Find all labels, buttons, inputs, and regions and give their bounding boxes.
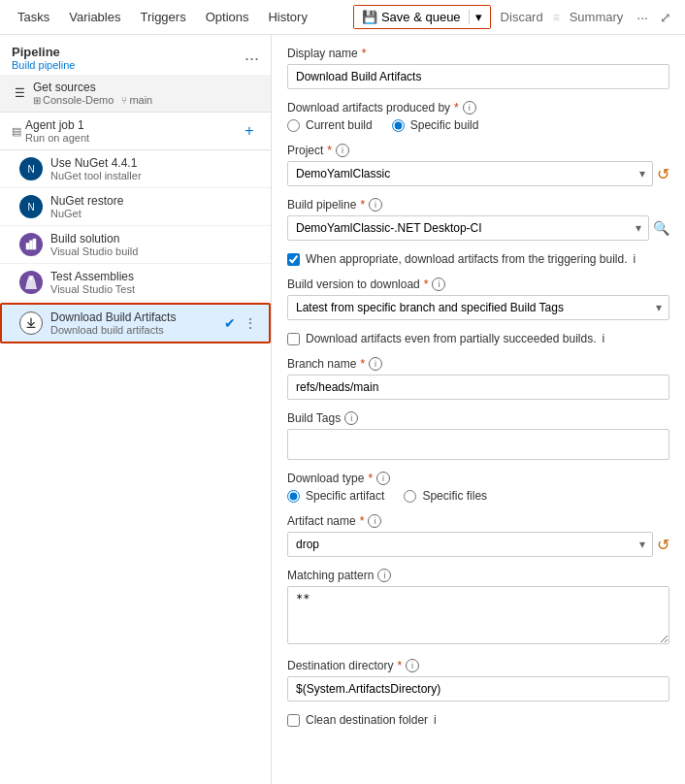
build-version-drop-wrapper: Latest from specific branch and specifie… <box>287 295 669 320</box>
destination-directory-input[interactable] <box>287 676 669 702</box>
destination-info-icon[interactable]: i <box>406 659 419 672</box>
get-sources-item[interactable]: ☰ Get sources ⊞ Console-Demo ⑂ main <box>0 75 271 113</box>
task-test-assemblies-subtitle: Visual Studio Test <box>50 283 259 295</box>
task-download-title: Download Build Artifacts <box>50 310 216 324</box>
build-pipeline-info-icon[interactable]: i <box>369 198 382 212</box>
branch-info-icon[interactable]: i <box>369 357 382 371</box>
build-tags-info-icon[interactable]: i <box>344 411 358 425</box>
save-queue-button[interactable]: 💾 Save & queue ▾ <box>353 5 491 29</box>
svg-rect-2 <box>33 239 37 249</box>
specific-files-radio[interactable]: Specific files <box>404 489 487 503</box>
agent-job-title: Agent job 1 <box>25 118 89 132</box>
task-use-nuget[interactable]: N Use NuGet 4.4.1 NuGet tool installer <box>0 150 271 188</box>
task-build-solution-title: Build solution <box>50 232 259 245</box>
display-name-input[interactable] <box>287 64 669 89</box>
task-build-solution-content: Build solution Visual Studio build <box>50 232 259 257</box>
build-pipeline-field: Build pipeline * i DemoYamlClassic-.NET … <box>287 198 669 241</box>
agent-job: ▤ Agent job 1 Run on agent + <box>0 113 271 150</box>
artifacts-radio-group: Current build Specific build <box>287 118 669 132</box>
triggering-checkbox[interactable]: When appropriate, download artifacts fro… <box>287 252 669 266</box>
add-task-button[interactable]: + <box>240 121 259 141</box>
task-build-solution[interactable]: Build solution Visual Studio build <box>0 226 271 264</box>
triggering-info-icon[interactable]: i <box>634 252 636 266</box>
build-version-info-icon[interactable]: i <box>432 278 445 291</box>
artifact-name-required: * <box>360 514 365 528</box>
partial-checkbox-field: Download artifacts even from partially s… <box>287 332 669 345</box>
download-type-label: Download type * i <box>287 472 669 485</box>
summary-button[interactable]: Summary <box>562 0 632 34</box>
task-download-content: Download Build Artifacts Download build … <box>50 310 216 336</box>
project-info-icon[interactable]: i <box>336 144 349 157</box>
branch-name-field: Branch name * i <box>287 357 669 400</box>
branch-name-input[interactable] <box>287 375 669 400</box>
build-pipeline-select[interactable]: DemoYamlClassic-.NET Desktop-CI <box>287 215 649 241</box>
get-sources-branch: ⑂ main <box>121 94 152 106</box>
build-pipeline-search-button[interactable]: 🔍 <box>653 220 669 236</box>
nuget-icon: N <box>19 195 43 218</box>
save-queue-main[interactable]: 💾 Save & queue ▾ <box>354 6 490 28</box>
current-build-radio[interactable]: Current build <box>287 118 373 132</box>
get-sources-icon: ☰ <box>12 85 27 101</box>
destination-directory-field: Destination directory * i <box>287 659 669 702</box>
build-pipeline-drop-wrapper: DemoYamlClassic-.NET Desktop-CI <box>287 215 649 241</box>
task-test-assemblies[interactable]: Test Assemblies Visual Studio Test <box>0 264 271 302</box>
build-version-field: Build version to download * i Latest fro… <box>287 278 669 320</box>
task-test-assemblies-content: Test Assemblies Visual Studio Test <box>50 270 259 295</box>
sidebar: Pipeline Build pipeline ··· ☰ Get source… <box>0 35 272 784</box>
nuget-installer-icon: N <box>19 157 43 180</box>
specific-build-radio[interactable]: Specific build <box>392 118 479 132</box>
nav-options[interactable]: Options <box>196 0 259 34</box>
expand-button[interactable]: ⤢ <box>654 10 677 25</box>
nav-triggers[interactable]: Triggers <box>130 0 195 34</box>
pipeline-more-icon[interactable]: ··· <box>245 49 259 67</box>
discard-button[interactable]: Discard <box>493 0 551 34</box>
matching-pattern-input[interactable]: ** <box>287 586 669 644</box>
nav-tasks[interactable]: Tasks <box>8 0 59 34</box>
artifacts-required: * <box>454 101 459 114</box>
download-type-info-icon[interactable]: i <box>376 472 390 485</box>
display-name-field: Display name * <box>287 47 669 89</box>
build-pipeline-label: Build pipeline * i <box>287 198 669 212</box>
task-nuget-restore-title: NuGet restore <box>50 194 259 208</box>
artifact-name-refresh-button[interactable]: ↺ <box>657 536 669 554</box>
build-tags-label: Build Tags i <box>287 411 669 425</box>
artifact-name-drop-wrapper: drop <box>287 532 653 557</box>
artifact-name-field: Artifact name * i drop ↺ <box>287 514 669 557</box>
nav-history[interactable]: History <box>258 0 316 34</box>
download-type-radio-group: Specific artifact Specific files <box>287 489 669 503</box>
project-drop-wrapper: DemoYamlClassic <box>287 161 653 186</box>
task-nuget-restore-content: NuGet restore NuGet <box>50 194 259 219</box>
task-more-icon[interactable]: ⋮ <box>244 315 257 331</box>
task-test-assemblies-title: Test Assemblies <box>50 270 259 283</box>
matching-pattern-info-icon[interactable]: i <box>377 569 391 582</box>
clean-destination-info-icon[interactable]: i <box>434 713 437 727</box>
clean-destination-checkbox[interactable]: Clean destination folder i <box>287 713 669 727</box>
download-icon <box>19 311 43 335</box>
download-type-required: * <box>368 472 373 485</box>
artifacts-produced-label: Download artifacts produced by * i <box>287 101 669 114</box>
artifact-name-select[interactable]: drop <box>287 532 653 557</box>
more-options-button[interactable]: ··· <box>631 10 654 25</box>
branch-name-label: Branch name * i <box>287 357 669 371</box>
partial-info-icon[interactable]: i <box>602 332 604 345</box>
project-select-wrapper: DemoYamlClassic ↺ <box>287 161 669 186</box>
task-download-build-artifacts[interactable]: Download Build Artifacts Download build … <box>0 303 271 343</box>
pipeline-subtitle[interactable]: Build pipeline <box>12 59 75 71</box>
svg-rect-1 <box>29 241 33 250</box>
build-tags-input[interactable] <box>287 429 669 460</box>
artifact-name-info-icon[interactable]: i <box>368 514 381 528</box>
build-version-select[interactable]: Latest from specific branch and specifie… <box>287 295 669 320</box>
partial-checkbox[interactable]: Download artifacts even from partially s… <box>287 332 669 345</box>
build-pipeline-required: * <box>360 198 365 212</box>
task-nuget-restore[interactable]: N NuGet restore NuGet <box>0 188 271 226</box>
agent-job-subtitle: Run on agent <box>25 132 89 144</box>
specific-artifact-radio[interactable]: Specific artifact <box>287 489 384 503</box>
artifacts-info-icon[interactable]: i <box>463 101 476 114</box>
task-list: N Use NuGet 4.4.1 NuGet tool installer N… <box>0 150 271 784</box>
project-select[interactable]: DemoYamlClassic <box>287 161 653 186</box>
nav-variables[interactable]: Variables <box>59 0 130 34</box>
project-refresh-button[interactable]: ↺ <box>657 165 669 183</box>
artifacts-produced-field: Download artifacts produced by * i Curre… <box>287 101 669 132</box>
get-sources-title: Get sources <box>33 81 259 94</box>
pipeline-header: Pipeline Build pipeline ··· <box>0 35 271 75</box>
